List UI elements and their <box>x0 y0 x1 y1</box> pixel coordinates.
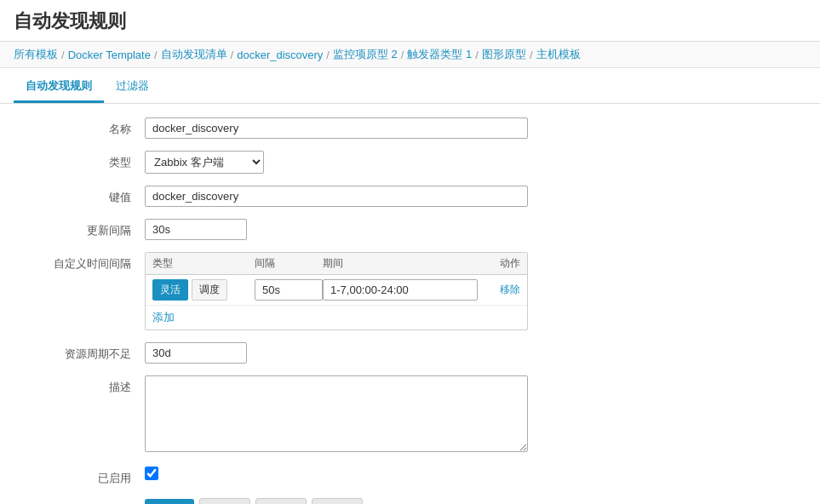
remove-link[interactable]: 移除 <box>500 284 520 295</box>
interval-input[interactable] <box>145 219 247 240</box>
add-link-container: 添加 <box>146 306 527 329</box>
breadcrumb-item-7[interactable]: 主机模板 <box>536 47 581 62</box>
breadcrumb: 所有模板 / Docker Template / 自动发现清单 / docker… <box>0 42 820 68</box>
resource-row: 资源周期不足 <box>34 342 786 364</box>
breadcrumb-sep: / <box>61 49 65 61</box>
breadcrumb-item-3[interactable]: docker_discovery <box>237 49 323 61</box>
toggle-schedule[interactable]: 调度 <box>192 279 227 301</box>
description-row: 描述 <box>34 375 786 455</box>
col-interval-header: 间隔 <box>255 256 323 271</box>
col-interval-data <box>255 279 323 301</box>
breadcrumb-item-5[interactable]: 触发器类型 1 <box>407 47 472 62</box>
breadcrumb-item-6[interactable]: 图形原型 <box>482 47 526 62</box>
interval-value-input[interactable] <box>255 279 323 301</box>
tab-auto-discovery[interactable]: 自动发现规则 <box>14 72 104 103</box>
type-control: Zabbix 客户端 <box>145 151 786 174</box>
period-input[interactable] <box>323 279 478 301</box>
tabs: 自动发现规则 过滤器 <box>0 72 820 104</box>
breadcrumb-sep: / <box>401 49 404 61</box>
clone-button[interactable]: 克隆 <box>199 498 250 504</box>
key-control <box>145 186 786 207</box>
time-interval-table: 类型 间隔 期间 动作 灵活 调度 <box>145 252 528 330</box>
custom-interval-label: 自定义时间间隔 <box>34 252 145 272</box>
breadcrumb-sep: / <box>154 49 158 61</box>
name-label: 名称 <box>34 117 145 137</box>
key-label: 键值 <box>34 186 145 205</box>
key-input[interactable] <box>145 186 528 207</box>
name-control <box>145 117 786 139</box>
enabled-row: 已启用 <box>34 467 786 486</box>
type-row: 类型 Zabbix 客户端 <box>34 151 786 174</box>
description-label: 描述 <box>34 375 145 395</box>
description-control <box>145 375 786 455</box>
breadcrumb-sep: / <box>326 49 330 61</box>
update-button[interactable]: 更新 <box>145 499 194 504</box>
type-select[interactable]: Zabbix 客户端 <box>145 151 264 174</box>
col-action-header: 动作 <box>478 256 520 271</box>
breadcrumb-sep: / <box>530 49 533 61</box>
interval-row: 更新间隔 <box>34 219 786 240</box>
toggle-flexible[interactable]: 灵活 <box>152 279 188 301</box>
description-textarea[interactable] <box>145 375 528 452</box>
col-period-header: 期间 <box>323 256 478 271</box>
delete-button[interactable]: 删除 <box>255 498 307 504</box>
col-action-data: 移除 <box>478 283 520 297</box>
breadcrumb-sep: / <box>231 49 234 61</box>
enabled-checkbox[interactable] <box>145 467 158 480</box>
action-buttons-spacer <box>34 498 145 502</box>
action-buttons-row: 更新 克隆 删除 取消 https://blog.csdn.net/qq_336… <box>34 498 786 504</box>
tab-filter[interactable]: 过滤器 <box>104 72 161 103</box>
resource-label: 资源周期不足 <box>34 342 145 362</box>
key-row: 键值 <box>34 186 786 207</box>
breadcrumb-item-2[interactable]: 自动发现清单 <box>161 47 227 62</box>
cancel-button[interactable]: 取消 <box>312 498 363 504</box>
breadcrumb-item-4[interactable]: 监控项原型 2 <box>333 47 398 62</box>
form: 名称 类型 Zabbix 客户端 键值 更新间隔 自定义时间间隔 <box>0 104 820 504</box>
col-type-data: 灵活 调度 <box>152 279 255 301</box>
page-title: 自动发现规则 <box>0 0 820 42</box>
add-link[interactable]: 添加 <box>146 306 181 329</box>
col-type-header: 类型 <box>152 256 255 271</box>
resource-control <box>145 342 786 364</box>
interval-control <box>145 219 786 240</box>
breadcrumb-item-0[interactable]: 所有模板 <box>14 47 58 62</box>
interval-label: 更新间隔 <box>34 219 145 238</box>
enabled-control <box>145 467 786 483</box>
name-input[interactable] <box>145 117 528 139</box>
time-interval-data-row: 灵活 调度 移除 <box>146 275 527 306</box>
name-row: 名称 <box>34 117 786 139</box>
resource-input[interactable] <box>145 342 247 364</box>
type-label: 类型 <box>34 151 145 170</box>
time-interval-header: 类型 间隔 期间 动作 <box>146 253 527 275</box>
action-buttons-control: 更新 克隆 删除 取消 https://blog.csdn.net/qq_336… <box>145 498 786 504</box>
breadcrumb-item-1[interactable]: Docker Template <box>68 49 151 61</box>
col-period-data <box>323 279 478 301</box>
enabled-label: 已启用 <box>34 467 145 486</box>
breadcrumb-sep: / <box>475 49 479 61</box>
custom-interval-row: 自定义时间间隔 类型 间隔 期间 动作 灵活 调度 <box>34 252 786 330</box>
custom-interval-control: 类型 间隔 期间 动作 灵活 调度 <box>145 252 786 330</box>
